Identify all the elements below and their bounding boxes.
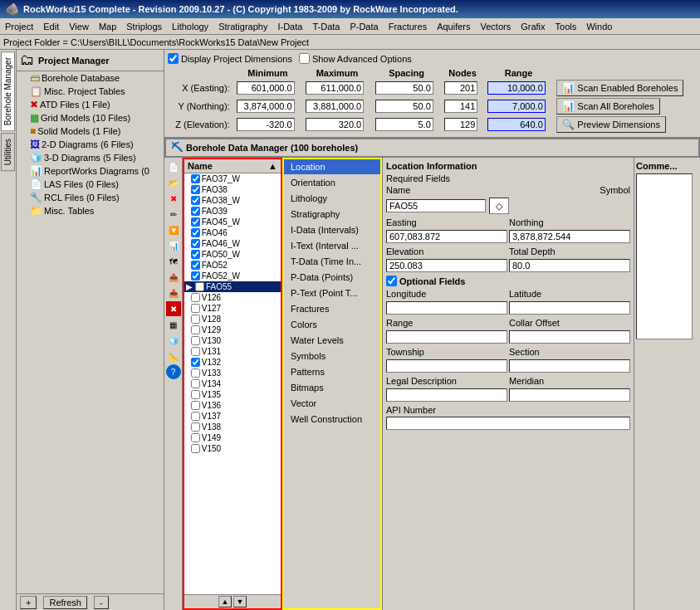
data-tab-symbols[interactable]: Symbols <box>284 349 380 364</box>
x-max-input[interactable] <box>306 81 364 95</box>
borehole-checkbox[interactable] <box>191 293 200 302</box>
borehole-item[interactable]: FAO37_W <box>184 173 281 184</box>
borehole-checkbox[interactable] <box>191 412 200 421</box>
toolbar-chart[interactable]: 📊 <box>166 238 181 253</box>
township-input[interactable] <box>386 359 507 373</box>
tree-misc-tables[interactable]: 📋 Misc. Project Tables <box>17 85 164 98</box>
comments-textarea[interactable] <box>636 173 693 339</box>
collar-offset-input[interactable] <box>509 330 630 344</box>
tree-misc[interactable]: 📁 Misc. Tables <box>17 204 164 217</box>
borehole-item[interactable]: V129 <box>184 325 281 335</box>
symbol-picker[interactable]: ◇ <box>489 198 509 214</box>
borehole-checkbox[interactable] <box>191 379 200 388</box>
borehole-checkbox[interactable] <box>191 336 200 345</box>
data-tab-bitmaps[interactable]: Bitmaps <box>284 380 380 396</box>
borehole-checkbox[interactable] <box>191 304 200 313</box>
borehole-item[interactable]: FAO38_W <box>184 195 281 206</box>
data-tab-p_text__point_t___[interactable]: P-Text (Point T... <box>284 285 380 301</box>
tree-grid-models[interactable]: ▦ Grid Models (10 Files) <box>17 111 164 124</box>
borehole-item[interactable]: V132 <box>184 357 281 368</box>
z-spacing-input[interactable] <box>375 118 433 131</box>
menu-map[interactable]: Map <box>94 20 121 33</box>
toolbar-map[interactable]: 🗺 <box>166 254 181 269</box>
name-value-input[interactable] <box>386 199 486 212</box>
data-tab-vector[interactable]: Vector <box>284 396 380 412</box>
borehole-checkbox[interactable] <box>191 315 200 324</box>
tab-utilities[interactable]: Utilities <box>1 133 15 171</box>
borehole-item[interactable]: V149 <box>184 432 281 443</box>
borehole-checkbox[interactable] <box>191 368 200 378</box>
list-scroll-down[interactable]: ▼ <box>233 596 247 608</box>
menu-tools[interactable]: Tools <box>551 20 582 33</box>
tree-reportworks[interactable]: 📊 ReportWorks Diagrams (0 <box>17 164 164 178</box>
borehole-checkbox[interactable] <box>191 444 200 453</box>
data-tab-i_data__intervals_[interactable]: I-Data (Intervals) <box>284 222 380 238</box>
x-nodes-input[interactable] <box>444 81 477 95</box>
borehole-checkbox[interactable] <box>191 239 200 248</box>
data-tab-orientation[interactable]: Orientation <box>284 175 380 191</box>
borehole-item[interactable]: FAO46_W <box>184 238 281 249</box>
menu-grafix[interactable]: Grafix <box>516 20 550 33</box>
borehole-item[interactable]: V137 <box>184 411 281 422</box>
borehole-checkbox[interactable] <box>191 185 200 194</box>
data-tab-stratigraphy[interactable]: Stratigraphy <box>284 207 380 222</box>
scan-enabled-boreholes-button[interactable]: 📊 Scan Enabled Boreholes <box>556 80 683 96</box>
toolbar-filter[interactable]: 🔽 <box>166 222 181 237</box>
borehole-checkbox[interactable] <box>191 217 200 227</box>
y-min-input[interactable] <box>237 100 295 113</box>
borehole-item[interactable]: FAO39 <box>184 206 281 217</box>
tree-atd[interactable]: ✖ ATD Files (1 File) <box>17 98 164 111</box>
data-tab-p_data__points_[interactable]: P-Data (Points) <box>284 270 380 285</box>
toolbar-3d[interactable]: 🧊 <box>166 333 181 348</box>
optional-fields-checkbox[interactable] <box>386 276 397 286</box>
borehole-checkbox[interactable] <box>191 196 200 205</box>
tree-borehole-database[interactable]: 🗃 Borehole Database <box>17 71 164 85</box>
borehole-checkbox[interactable] <box>191 433 200 442</box>
x-range-input[interactable] <box>487 81 546 95</box>
x-spacing-input[interactable] <box>375 81 433 95</box>
borehole-checkbox[interactable] <box>191 271 200 281</box>
menu-stratigraphy[interactable]: Stratigraphy <box>213 20 272 33</box>
total-depth-input[interactable] <box>509 259 630 272</box>
refresh-button[interactable]: Refresh <box>43 596 87 609</box>
menu-fractures[interactable]: Fractures <box>384 20 432 33</box>
menu-window[interactable]: Windo <box>581 20 617 33</box>
data-tab-patterns[interactable]: Patterns <box>284 364 380 380</box>
display-dimensions-checkbox[interactable] <box>168 53 179 64</box>
x-min-input[interactable] <box>237 81 295 95</box>
display-dimensions-label[interactable]: Display Project Dimensions <box>168 53 292 64</box>
tree-2d-diagrams[interactable]: 🖼 2-D Diagrams (6 Files) <box>17 138 164 151</box>
borehole-item[interactable]: FAO52_W <box>184 271 281 281</box>
toolbar-export[interactable]: 📤 <box>166 270 181 285</box>
menu-aquifers[interactable]: Aquifers <box>432 20 475 33</box>
menu-pdata[interactable]: P-Data <box>345 20 383 33</box>
tree-rcl[interactable]: 🔧 RCL Files (0 Files) <box>17 191 164 204</box>
toolbar-delete[interactable]: ✖ <box>166 191 181 206</box>
menu-lithology[interactable]: Lithology <box>167 20 213 33</box>
z-min-input[interactable] <box>237 118 295 131</box>
z-max-input[interactable] <box>306 118 364 131</box>
toolbar-open[interactable]: 📂 <box>166 175 181 190</box>
borehole-checkbox[interactable] <box>191 207 200 216</box>
borehole-item[interactable]: V128 <box>184 314 281 325</box>
menu-project[interactable]: Project <box>0 20 38 33</box>
show-advanced-label[interactable]: Show Advanced Options <box>299 53 412 64</box>
tab-borehole-manager[interactable]: Borehole Manager <box>1 51 15 131</box>
borehole-checkbox[interactable] <box>191 174 200 183</box>
borehole-checkbox[interactable] <box>191 401 200 410</box>
menu-edit[interactable]: Edit <box>38 20 64 33</box>
meridian-input[interactable] <box>509 388 630 402</box>
toolbar-new[interactable]: 📄 <box>166 159 181 174</box>
data-tab-lithology[interactable]: Lithology <box>284 191 380 207</box>
borehole-checkbox[interactable] <box>191 422 200 432</box>
borehole-item[interactable]: V136 <box>184 400 281 411</box>
borehole-item[interactable]: V130 <box>184 335 281 346</box>
borehole-item[interactable]: FAO50_W <box>184 249 281 260</box>
toolbar-help[interactable]: ? <box>166 364 181 379</box>
borehole-item[interactable]: V134 <box>184 378 281 389</box>
borehole-item[interactable]: ▶ FAO55 <box>184 281 281 292</box>
menu-striplogs[interactable]: Striplogs <box>121 20 167 33</box>
borehole-item[interactable]: V127 <box>184 303 281 314</box>
tree-3d-diagrams[interactable]: 🧊 3-D Diagrams (5 Files) <box>17 151 164 164</box>
borehole-item[interactable]: V126 <box>184 292 281 303</box>
